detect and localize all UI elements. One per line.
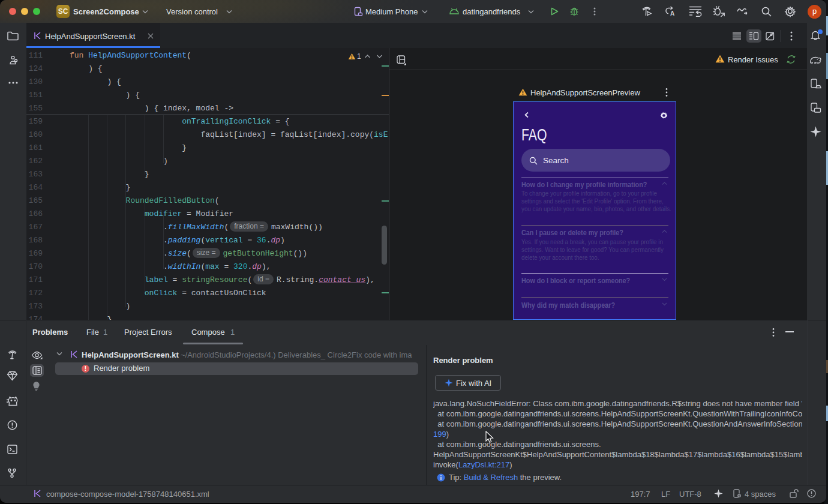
svg-text:A: A bbox=[670, 10, 674, 17]
